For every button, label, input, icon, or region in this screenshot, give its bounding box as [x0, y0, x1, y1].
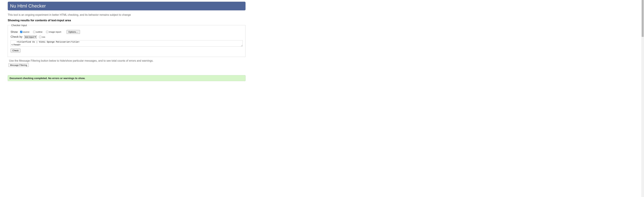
source-checkbox[interactable] — [20, 31, 22, 33]
image-report-checkbox[interactable] — [46, 31, 48, 33]
image-report-checkbox-label: image report — [49, 31, 61, 33]
page-title: Nu Html Checker — [10, 3, 243, 9]
check-button[interactable]: Check — [10, 49, 20, 52]
subtitle-text: This tool is an ongoing experiment in be… — [8, 13, 246, 16]
checker-legend: Checker Input — [10, 24, 28, 27]
results-heading: Showing results for contents of text-inp… — [8, 19, 246, 22]
page-scrollbar[interactable] — [641, 0, 644, 84]
header-bar: Nu Html Checker — [8, 2, 246, 10]
image-report-checkbox-wrap[interactable]: image report — [46, 30, 61, 33]
message-filtering-button[interactable]: Message Filtering — [8, 63, 29, 67]
css-checkbox-label: css — [42, 36, 45, 38]
outline-checkbox-label: outline — [36, 31, 42, 33]
html-input-textarea[interactable] — [10, 40, 243, 47]
options-button[interactable]: Options… — [66, 30, 80, 34]
check-by-select[interactable]: text input — [24, 35, 37, 38]
css-checkbox[interactable] — [39, 36, 41, 38]
checker-input-fieldset: Checker Input Show source outline image … — [8, 24, 246, 57]
success-banner: Document checking completed. No errors o… — [8, 75, 246, 81]
source-checkbox-label: source — [23, 31, 30, 33]
show-label: Show — [10, 30, 18, 34]
outline-checkbox-wrap[interactable]: outline — [32, 30, 42, 33]
filter-hint: Use the Message Filtering button below t… — [9, 59, 246, 62]
check-by-row: Check by text input css — [10, 35, 243, 38]
check-row: Check — [10, 49, 243, 52]
source-checkbox-wrap[interactable]: source — [20, 30, 30, 33]
css-checkbox-wrap[interactable]: css — [38, 35, 45, 38]
check-by-label: Check by — [10, 35, 22, 38]
show-row: Show source outline image report Options… — [10, 30, 243, 34]
outline-checkbox[interactable] — [33, 31, 36, 33]
scrollbar-thumb[interactable] — [642, 0, 644, 37]
